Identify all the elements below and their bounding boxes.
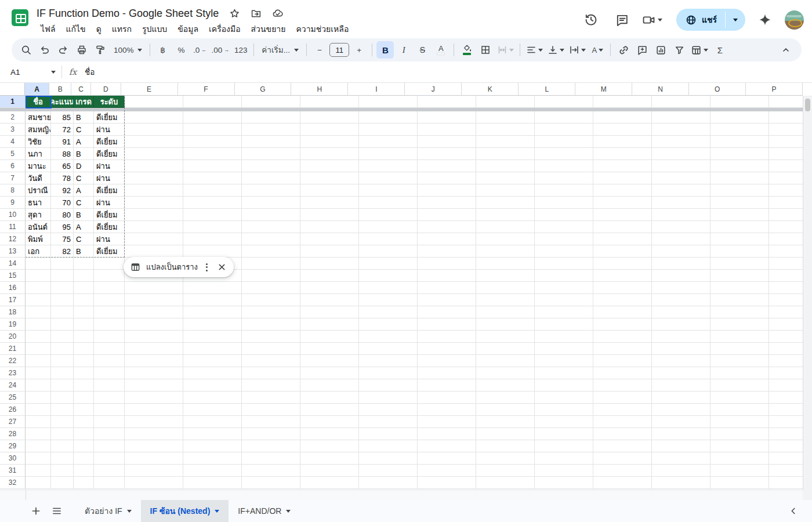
cell-B18[interactable] — [51, 306, 74, 318]
column-header-G[interactable]: G — [235, 83, 292, 96]
cell-O20[interactable] — [710, 331, 769, 343]
cell-A26[interactable] — [26, 404, 51, 416]
cell-E9[interactable] — [125, 197, 183, 209]
cell-O29[interactable] — [710, 440, 769, 452]
cell-I7[interactable] — [359, 172, 418, 184]
menu-extensions[interactable]: ส่วนขยาย — [247, 21, 290, 37]
row-header-10[interactable]: 10 — [0, 209, 26, 221]
cell-M13[interactable] — [593, 245, 652, 258]
cell-A29[interactable] — [26, 440, 51, 452]
cell-H5[interactable] — [300, 148, 359, 160]
cell-L27[interactable] — [535, 416, 593, 428]
gemini-sparkle-icon[interactable] — [753, 8, 777, 31]
cell-B6[interactable]: 65 — [51, 160, 74, 172]
cell-G3[interactable] — [242, 124, 300, 136]
cell-F10[interactable] — [183, 209, 242, 221]
cell-K5[interactable] — [476, 148, 535, 160]
cell-K3[interactable] — [476, 124, 535, 136]
cell-N22[interactable] — [652, 355, 710, 367]
cell-P12[interactable] — [769, 233, 803, 245]
cell-F9[interactable] — [183, 197, 242, 209]
cell-B16[interactable] — [51, 282, 74, 294]
cell-K28[interactable] — [476, 428, 535, 440]
row-header-23[interactable]: 23 — [0, 367, 26, 379]
vertical-align-button[interactable] — [546, 41, 566, 59]
row-header-32[interactable]: 32 — [0, 477, 26, 489]
version-history-icon[interactable] — [579, 8, 603, 31]
cell-L28[interactable] — [535, 428, 593, 440]
cell-H28[interactable] — [300, 428, 359, 440]
cell-E31[interactable] — [125, 465, 183, 477]
cell-D20[interactable] — [94, 331, 125, 343]
cell-K18[interactable] — [476, 306, 535, 318]
all-sheets-icon[interactable] — [46, 501, 67, 521]
cell-C16[interactable] — [74, 282, 94, 294]
cell-C23[interactable] — [74, 367, 94, 379]
cell-K8[interactable] — [476, 184, 535, 197]
cell-K29[interactable] — [476, 440, 535, 452]
insert-chart-icon[interactable] — [652, 41, 669, 59]
cell-G16[interactable] — [242, 282, 300, 294]
row-header-14[interactable]: 14 — [0, 258, 26, 270]
cell-H21[interactable] — [300, 343, 359, 355]
cell-L17[interactable] — [535, 294, 593, 306]
menu-insert[interactable]: แทรก — [108, 21, 136, 37]
cell-E21[interactable] — [125, 343, 183, 355]
cell-F7[interactable] — [183, 172, 242, 184]
cell-B25[interactable] — [51, 392, 74, 404]
merge-cells-button[interactable] — [495, 41, 516, 59]
cell-B23[interactable] — [51, 367, 74, 379]
column-header-E[interactable]: E — [121, 83, 178, 96]
decrease-font-size-button[interactable]: − — [311, 41, 328, 59]
cloud-saved-icon[interactable] — [272, 8, 284, 19]
cell-N9[interactable] — [652, 197, 710, 209]
cell-D9[interactable]: ผ่าน — [94, 197, 125, 209]
cell-E7[interactable] — [125, 172, 183, 184]
cell-J13[interactable] — [418, 245, 476, 258]
cell-J3[interactable] — [418, 124, 476, 136]
cell-L4[interactable] — [535, 136, 593, 148]
menu-tools[interactable]: เครื่องมือ — [205, 21, 245, 37]
cell-N28[interactable] — [652, 428, 710, 440]
cell-E22[interactable] — [125, 355, 183, 367]
cell-H14[interactable] — [300, 258, 359, 270]
cell-A3[interactable]: สมหญิง — [26, 124, 51, 136]
cell-E4[interactable] — [125, 136, 183, 148]
cell-F23[interactable] — [183, 367, 242, 379]
cell-F19[interactable] — [183, 318, 242, 331]
cell-G2[interactable] — [242, 111, 300, 124]
cell-K27[interactable] — [476, 416, 535, 428]
cell-D5[interactable]: ดีเยี่ยม — [94, 148, 125, 160]
header-cell-C1[interactable]: เกรด — [74, 96, 94, 108]
add-sheet-icon[interactable] — [26, 501, 46, 521]
cell-H17[interactable] — [300, 294, 359, 306]
select-all-corner[interactable] — [0, 83, 25, 96]
cell-J5[interactable] — [418, 148, 476, 160]
cell-H27[interactable] — [300, 416, 359, 428]
cell-J23[interactable] — [418, 367, 476, 379]
cell-K12[interactable] — [476, 233, 535, 245]
cell-C24[interactable] — [74, 379, 94, 392]
cell-P23[interactable] — [769, 367, 803, 379]
cell-K22[interactable] — [476, 355, 535, 367]
cell-O24[interactable] — [710, 379, 769, 392]
cell-H18[interactable] — [300, 306, 359, 318]
cell-M1[interactable] — [593, 96, 652, 108]
cell-G28[interactable] — [242, 428, 300, 440]
cell-K15[interactable] — [476, 270, 535, 282]
cell-F22[interactable] — [183, 355, 242, 367]
cell-A21[interactable] — [26, 343, 51, 355]
cell-M3[interactable] — [593, 124, 652, 136]
cell-P20[interactable] — [769, 331, 803, 343]
cell-E6[interactable] — [125, 160, 183, 172]
formula-input[interactable]: ชื่อ — [85, 66, 95, 78]
cell-C31[interactable] — [74, 465, 94, 477]
cell-G10[interactable] — [242, 209, 300, 221]
cell-M16[interactable] — [593, 282, 652, 294]
cell-G26[interactable] — [242, 404, 300, 416]
cell-P7[interactable] — [769, 172, 803, 184]
cell-L13[interactable] — [535, 245, 593, 258]
cell-N4[interactable] — [652, 136, 710, 148]
cell-A32[interactable] — [26, 477, 51, 489]
cell-I31[interactable] — [359, 465, 418, 477]
